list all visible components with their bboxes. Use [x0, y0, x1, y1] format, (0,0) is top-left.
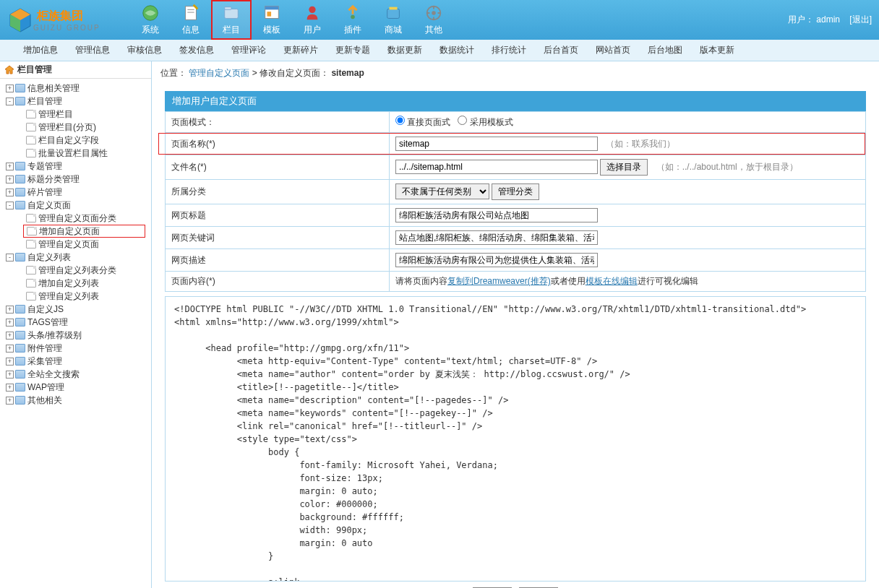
top-nav-插件[interactable]: 插件 — [333, 0, 373, 40]
webtitle-input[interactable] — [395, 208, 598, 222]
name-input[interactable] — [395, 137, 598, 151]
tree-toggle-icon[interactable]: + — [6, 384, 14, 392]
file-label: 文件名(*) — [166, 155, 390, 180]
top-nav-系统[interactable]: 系统 — [130, 0, 171, 40]
tree-toggle-icon[interactable]: + — [6, 176, 14, 183]
tree-item-自定义JS[interactable]: +自定义JS — [0, 303, 151, 316]
tree-item-批量设置栏目属性[interactable]: 批量设置栏目属性 — [0, 147, 151, 160]
tree-item-信息相关管理[interactable]: +信息相关管理 — [0, 82, 151, 95]
subnav-后台首页[interactable]: 后台首页 — [535, 44, 587, 56]
top-nav: 系统信息栏目模板用户插件商城其他 — [130, 0, 454, 40]
keywords-input[interactable] — [395, 230, 598, 245]
tree-toggle-icon[interactable]: + — [6, 332, 14, 340]
subnav-管理评论[interactable]: 管理评论 — [223, 44, 275, 56]
tree-item-其他相关[interactable]: +其他相关 — [0, 394, 151, 407]
tree-toggle-icon[interactable]: - — [6, 98, 14, 105]
logout-link[interactable]: [退出] — [849, 14, 872, 25]
action-row: 提交 重置 — [165, 581, 866, 588]
content: 位置： 管理自定义页面 > 修改自定义页面： sitemap 增加用户自定义页面… — [152, 61, 879, 588]
tree-item-增加自定义列表[interactable]: 增加自定义列表 — [0, 277, 151, 290]
nav-icon-3 — [262, 4, 282, 22]
mode-cell: 直接页面式 采用模板式 — [390, 112, 866, 133]
mode-label: 页面模式： — [166, 112, 390, 133]
mode-template[interactable]: 采用模板式 — [458, 117, 513, 127]
subnav-管理信息[interactable]: 管理信息 — [67, 44, 119, 56]
tree-item-栏目自定义字段[interactable]: 栏目自定义字段 — [0, 134, 151, 147]
tree-toggle-icon[interactable]: + — [6, 163, 14, 170]
tree-toggle-icon[interactable]: - — [6, 254, 14, 261]
tree-toggle-icon[interactable]: + — [6, 189, 14, 196]
user-name[interactable]: admin — [816, 14, 840, 25]
logo-main-text: 柜族集团 — [37, 9, 100, 24]
copy-dreamweaver-link[interactable]: 复制到Dreamweaver(推荐) — [447, 276, 551, 286]
tree-item-管理自定义页面分类[interactable]: 管理自定义页面分类 — [0, 212, 151, 225]
tree-toggle-icon[interactable]: + — [6, 345, 14, 353]
tree-toggle-icon[interactable]: + — [6, 371, 14, 379]
top-nav-其他[interactable]: 其他 — [413, 0, 454, 40]
sidebar: 栏目管理 +信息相关管理-栏目管理管理栏目管理栏目(分页)栏目自定义字段批量设置… — [0, 61, 152, 588]
form-table: 页面模式： 直接页面式 采用模板式 页面名称(*) （如：联系我们） — [165, 111, 866, 292]
tree-item-管理栏目[interactable]: 管理栏目 — [0, 108, 151, 121]
subnav-网站首页[interactable]: 网站首页 — [587, 44, 639, 56]
tree-item-专题管理[interactable]: +专题管理 — [0, 160, 151, 173]
subnav-版本更新[interactable]: 版本更新 — [691, 44, 743, 56]
mode-radio-template[interactable] — [458, 116, 467, 125]
template-editor-link[interactable]: 模板在线编辑 — [586, 276, 638, 286]
top-nav-信息[interactable]: 信息 — [171, 0, 211, 40]
tree-toggle-icon[interactable]: + — [6, 319, 14, 327]
tree-item-碎片管理[interactable]: +碎片管理 — [0, 186, 151, 199]
tree-item-附件管理[interactable]: +附件管理 — [0, 342, 151, 355]
tree-toggle-icon[interactable]: + — [6, 85, 14, 92]
tree-item-自定义页面[interactable]: -自定义页面 — [0, 199, 151, 212]
subnav-排行统计[interactable]: 排行统计 — [483, 44, 535, 56]
tree-item-WAP管理[interactable]: +WAP管理 — [0, 381, 151, 394]
tree-item-栏目管理[interactable]: -栏目管理 — [0, 95, 151, 108]
logo-icon — [7, 7, 33, 33]
subnav-签发信息[interactable]: 签发信息 — [171, 44, 223, 56]
tree-item-采集管理[interactable]: +采集管理 — [0, 355, 151, 368]
tree-item-标题分类管理[interactable]: +标题分类管理 — [0, 173, 151, 186]
tree-item-全站全文搜索[interactable]: +全站全文搜索 — [0, 368, 151, 381]
cat-label: 所属分类 — [166, 180, 390, 204]
subnav-审核信息[interactable]: 审核信息 — [119, 44, 171, 56]
tree-item-增加自定义页面[interactable]: 增加自定义页面 — [23, 225, 145, 238]
folder-icon — [15, 305, 25, 314]
manage-cat-button[interactable]: 管理分类 — [492, 183, 539, 200]
tree-toggle-icon[interactable]: + — [6, 306, 14, 314]
top-nav-用户[interactable]: 用户 — [292, 0, 333, 40]
choose-dir-button[interactable]: 选择目录 — [600, 159, 648, 176]
svg-rect-11 — [267, 12, 272, 17]
name-hint: （如：联系我们） — [606, 139, 675, 149]
subnav-更新专题[interactable]: 更新专题 — [327, 44, 379, 56]
tree-item-管理自定义页面[interactable]: 管理自定义页面 — [0, 238, 151, 251]
tree-item-管理栏目(分页)[interactable]: 管理栏目(分页) — [0, 121, 151, 134]
subnav-数据统计[interactable]: 数据统计 — [431, 44, 483, 56]
top-nav-栏目[interactable]: 栏目 — [211, 0, 252, 40]
tree-item-TAGS管理[interactable]: +TAGS管理 — [0, 316, 151, 329]
tree-item-头条/推荐级别[interactable]: +头条/推荐级别 — [0, 329, 151, 342]
top-nav-商城[interactable]: 商城 — [373, 0, 413, 40]
mode-radio-direct[interactable] — [395, 116, 405, 125]
nav-icon-1 — [181, 4, 201, 22]
code-textarea[interactable]: <!DOCTYPE html PUBLIC "-//W3C//DTD XHTML… — [165, 296, 866, 581]
breadcrumb-link[interactable]: 管理自定义页面 — [189, 68, 249, 78]
tree-item-自定义列表[interactable]: -自定义列表 — [0, 251, 151, 264]
mode-direct[interactable]: 直接页面式 — [395, 117, 450, 127]
top-nav-模板[interactable]: 模板 — [252, 0, 292, 40]
tree-item-管理自定义列表分类[interactable]: 管理自定义列表分类 — [0, 264, 151, 277]
tree-toggle-icon[interactable]: + — [6, 397, 14, 405]
folder-icon — [15, 84, 25, 92]
subnav-更新碎片[interactable]: 更新碎片 — [275, 44, 327, 56]
desc-input[interactable] — [395, 253, 598, 267]
subnav-数据更新[interactable]: 数据更新 — [379, 44, 431, 56]
tree-toggle-icon[interactable]: - — [6, 202, 14, 209]
subnav-后台地图[interactable]: 后台地图 — [639, 44, 691, 56]
tree-item-管理自定义列表[interactable]: 管理自定义列表 — [0, 290, 151, 303]
subnav-增加信息[interactable]: 增加信息 — [14, 44, 67, 56]
user-info: 用户： admin [退出] — [788, 14, 872, 26]
folder-icon — [15, 175, 25, 183]
folder-icon — [15, 162, 25, 170]
tree-toggle-icon[interactable]: + — [6, 358, 14, 366]
file-input[interactable] — [395, 160, 598, 174]
cat-select[interactable]: 不隶属于任何类别 — [395, 183, 489, 199]
